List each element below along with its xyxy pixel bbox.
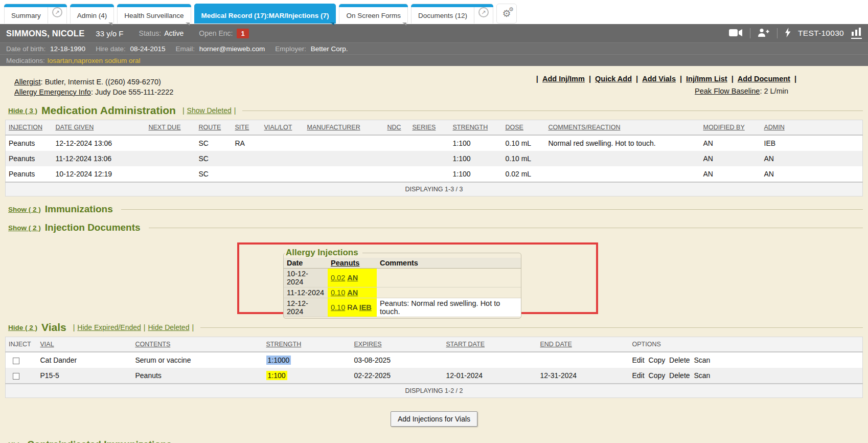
col-admin[interactable]: ADMIN — [761, 120, 863, 136]
cell-site — [232, 166, 261, 182]
col-strength[interactable]: STRENGTH — [450, 120, 502, 136]
tab-documents-popout[interactable]: ↗ — [474, 4, 493, 24]
peak-flow-link[interactable]: Peak Flow Baseline — [695, 87, 760, 95]
copy-link[interactable]: Copy — [649, 356, 666, 364]
delete-link[interactable]: Delete — [669, 371, 690, 380]
col-manufacturer[interactable]: MANUFACTURER — [304, 120, 384, 136]
col-next-due[interactable]: NEXT DUE — [146, 120, 196, 136]
tab-admin[interactable]: Admin (4) — [70, 4, 115, 24]
dob-value: 12-18-1990 — [50, 45, 85, 53]
open-enc-badge[interactable]: 1 — [237, 29, 248, 38]
allergy-injections-table: Date Peanuts Comments 10-12-2024 0.02 AN… — [284, 258, 521, 317]
medication-link-naproxen[interactable]: naproxen sodium oral — [74, 57, 141, 64]
col-expires[interactable]: EXPIRES — [351, 337, 443, 352]
hire-date-group: Hire date: 08-24-2015 — [96, 45, 165, 53]
inject-checkbox[interactable] — [13, 358, 19, 364]
cell-ndc — [384, 151, 409, 166]
divider — [750, 28, 750, 38]
cell-start-date — [443, 352, 537, 368]
vials-row-2: P15-5 Peanuts 1:100 02-22-2025 12-01-202… — [6, 368, 863, 384]
col-modified-by[interactable]: MODIFIED BY — [700, 120, 761, 136]
col-route[interactable]: ROUTE — [196, 120, 232, 136]
hide-deleted-link[interactable]: Hide Deleted — [148, 323, 189, 331]
bar-chart-icon[interactable] — [851, 28, 862, 39]
tab-summary[interactable]: Summary ↗ — [4, 4, 67, 24]
inj-imm-list-link[interactable]: Inj/Imm List — [686, 75, 727, 83]
tab-summary-popout[interactable]: ↗ — [48, 4, 66, 24]
med-admin-hide-toggle[interactable]: Hide ( 3 ) — [8, 107, 37, 115]
tab-documents[interactable]: Documents (12) ↗ — [411, 4, 493, 24]
dose-link[interactable]: 0.10 — [331, 289, 345, 297]
col-series[interactable]: SERIES — [409, 120, 450, 136]
allergy-injection-row-3: 12-12-2024 0.10 RA IEB Peanuts: Normal r… — [284, 298, 521, 317]
section-rule — [242, 110, 863, 111]
med-admin-header-row: INJECTION DATE GIVEN NEXT DUE ROUTE SITE… — [6, 120, 863, 136]
dose-link[interactable]: 0.10 — [331, 303, 345, 312]
initials-link[interactable]: IEB — [359, 303, 372, 312]
tab-health-surveillance[interactable]: Health Surveillance — [117, 4, 191, 24]
quick-add-link[interactable]: Quick Add — [595, 75, 632, 83]
dose-link[interactable]: 0.02 — [331, 274, 345, 282]
med-admin-footer-row: DISPLAYING 1-3 / 3 — [6, 182, 863, 196]
col-contents[interactable]: CONTENTS — [132, 337, 263, 352]
divider — [777, 28, 778, 38]
hire-date-label: Hire date: — [96, 45, 126, 53]
allergy-emergency-value: : Judy Doe 555-111-2222 — [91, 88, 174, 96]
copy-link[interactable]: Copy — [649, 371, 666, 380]
vials-hide-toggle[interactable]: Hide ( 2 ) — [8, 324, 37, 331]
edit-link[interactable]: Edit — [632, 371, 645, 380]
col-end-date[interactable]: END DATE — [537, 337, 629, 352]
popout-icon: ↗ — [478, 7, 489, 17]
show-deleted-link[interactable]: Show Deleted — [187, 106, 232, 115]
edit-link[interactable]: Edit — [632, 356, 645, 364]
inject-checkbox[interactable] — [13, 373, 19, 380]
initials-link[interactable]: AN — [347, 289, 358, 297]
tab-on-screen-forms[interactable]: On Screen Forms — [339, 4, 408, 24]
cell-vial: Cat Dander — [37, 352, 132, 368]
col-start-date[interactable]: START DATE — [443, 337, 537, 352]
col-date-given[interactable]: DATE GIVEN — [53, 120, 146, 136]
status-value: Active — [164, 29, 184, 37]
add-user-icon[interactable] — [758, 28, 770, 38]
tab-summary-label: Summary — [5, 12, 48, 24]
med-admin-row-3: Peanuts 10-12-2024 12:19 SC 1:100 0.02 m… — [6, 166, 863, 182]
col-strength[interactable]: STRENGTH — [263, 337, 351, 352]
col-injection[interactable]: INJECTION — [6, 120, 53, 136]
cell-expires: 03-08-2025 — [351, 352, 443, 368]
ai-comment — [377, 287, 521, 298]
col-comments[interactable]: COMMENTS/REACTION — [545, 120, 700, 136]
col-site[interactable]: SITE — [232, 120, 261, 136]
col-dose[interactable]: DOSE — [502, 120, 545, 136]
cell-injection: Peanuts — [6, 151, 53, 166]
initials-link[interactable]: AN — [347, 274, 358, 282]
tab-medical-record[interactable]: Medical Record (17):MAR/Injections (7) — [194, 4, 336, 24]
allergy-emergency-link[interactable]: Allergy Emergency Info — [14, 88, 91, 96]
medication-link-losartan[interactable]: losartan — [48, 57, 72, 64]
col-ndc[interactable]: NDC — [384, 120, 409, 136]
lightning-bolt-icon[interactable] — [785, 28, 791, 39]
cell-options: Edit Copy Delete Scan — [629, 352, 863, 368]
delete-link[interactable]: Delete — [669, 356, 690, 364]
injection-documents-show-toggle[interactable]: Show ( 2 ) — [8, 224, 41, 232]
add-vials-link[interactable]: Add Vials — [642, 75, 676, 83]
immunizations-show-toggle[interactable]: Show ( 2 ) — [8, 206, 41, 213]
contraindicated-hide-toggle[interactable]: Hide — [8, 441, 23, 443]
scan-link[interactable]: Scan — [694, 371, 710, 380]
peak-flow-value: : 2 L/min — [760, 87, 788, 95]
vials-row-1: Cat Dander Serum or vaccine 1:1000 03-08… — [6, 352, 863, 368]
add-inj-imm-link[interactable]: Add Inj/Imm — [542, 75, 585, 83]
col-vial[interactable]: VIAL — [37, 337, 132, 352]
allergist-link[interactable]: Allergist — [14, 78, 41, 86]
hide-expired-link[interactable]: Hide Expired/Ended — [77, 323, 141, 331]
cell-start-date: 12-01-2024 — [443, 368, 537, 384]
settings-gear-button[interactable]: ⚙ ⚙ — [496, 4, 517, 24]
video-camera-icon[interactable] — [729, 29, 743, 38]
add-injections-for-vials-button[interactable]: Add Injections for Vials — [391, 411, 477, 427]
peanuts-column-link[interactable]: Peanuts — [331, 259, 359, 267]
col-vial-lot[interactable]: VIAL/LOT — [261, 120, 304, 136]
scan-link[interactable]: Scan — [694, 356, 710, 364]
cell-modified-by: AN — [700, 135, 761, 151]
ai-col-peanuts: Peanuts — [328, 258, 377, 269]
immunizations-section-header: Show ( 2 ) Immunizations — [8, 204, 863, 215]
add-document-link[interactable]: Add Document — [738, 75, 790, 83]
